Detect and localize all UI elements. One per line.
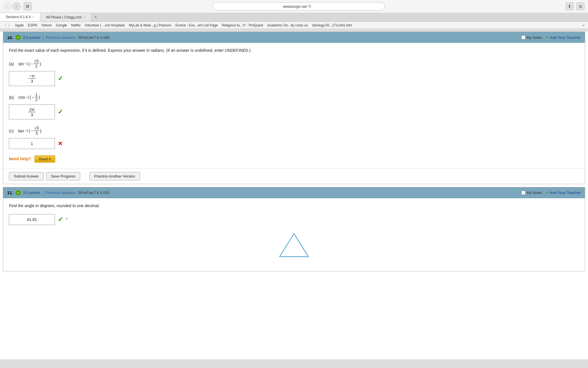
q11-points: 1/1 points — [23, 190, 41, 195]
q10-assignment-code: SPreCalc7 6.4.008. — [78, 35, 110, 40]
q10-notes-checkbox[interactable] — [521, 35, 525, 39]
back-icon: ‹ — [7, 4, 8, 8]
q10-part-b-input-row: 2π 3 ✓ — [9, 104, 579, 119]
q10-points: 2/3 points — [23, 35, 41, 40]
apps-icon[interactable]: ⋮⋮ — [3, 23, 11, 27]
tab-sections-close[interactable]: × — [32, 15, 34, 19]
q10-part-a: (a) sin−1 ( − √3 2 ) — [9, 59, 579, 86]
q10-part-c-label: (c) tan−1 ( − √3 3 ) — [9, 126, 579, 136]
q10-previous-answers[interactable]: Previous Answers — [46, 35, 76, 40]
browser-toolbar: ‹ › ⊟ webassign.net ↻ ⬆ ⧉ — [0, 0, 588, 13]
q11-answer-input[interactable]: 41.81 — [9, 214, 55, 225]
q10-part-b: (b) cos−1 ( − 1 2 ) — [9, 92, 579, 120]
q10-action-buttons: Submit Answer Save Progress Practice Ano… — [3, 168, 585, 184]
q11-number: 11. — [7, 190, 13, 195]
q11-check: ✓ — [58, 216, 63, 223]
q10-submit-button[interactable]: Submit Answer — [9, 172, 44, 180]
q11-triangle-svg — [277, 231, 311, 260]
tab-chegg-label: #9 Please | Chegg.com — [46, 15, 82, 19]
refresh-button[interactable]: ↻ — [307, 3, 313, 9]
q11-triangle-area — [9, 225, 579, 265]
forward-button[interactable]: › — [13, 2, 21, 10]
q10-part-c-value: 1 — [31, 141, 33, 146]
q10-need-help-text: Need Help? — [9, 157, 31, 161]
bookmark-yahoo[interactable]: Yahoo! — [41, 23, 52, 27]
q10-part-b-value: 2π 3 — [28, 107, 36, 117]
q10-my-notes-label: My Notes — [526, 35, 542, 40]
back-button[interactable]: ‹ — [3, 2, 11, 10]
question-11-header: 11. + 1/1 points | Previous Answers SPre… — [3, 187, 585, 198]
tabs-button[interactable]: ⧉ — [577, 2, 585, 10]
address-bar[interactable]: webassign.net ↻ — [212, 2, 385, 10]
q10-part-c-expr: tan−1 ( − √3 3 ) — [18, 126, 41, 136]
bookmark-google[interactable]: Google — [56, 23, 67, 27]
bookmarks-more[interactable]: » — [583, 23, 585, 27]
svg-marker-0 — [280, 234, 308, 257]
q10-part-b-label: (b) cos−1 ( − 1 2 ) — [9, 92, 579, 102]
q10-ask-teacher[interactable]: + Ask Your Teacher — [546, 35, 581, 40]
q10-read-it-button[interactable]: Read It — [34, 155, 55, 163]
q11-ask-teacher-label: Ask Your Teacher — [550, 190, 581, 195]
bookmark-netflix[interactable]: Netflix — [71, 23, 80, 27]
q11-previous-answers[interactable]: Previous Answers — [46, 190, 76, 195]
bookmark-academic[interactable]: Academic On...ity costs us — [267, 23, 308, 27]
nav-buttons: ‹ › — [3, 2, 21, 10]
bookmark-mylab[interactable]: MyLab & Mast...g | Pearson — [129, 23, 171, 27]
q10-number: 10. — [7, 35, 13, 40]
tab-sections[interactable]: Sections 6.1-6.4 × — [0, 13, 40, 21]
q10-part-a-input-row: −π 3 ✓ — [9, 71, 579, 86]
refresh-icon: ↻ — [308, 4, 312, 9]
question-11-block: 11. + 1/1 points | Previous Answers SPre… — [3, 187, 585, 271]
bookmark-religious[interactable]: Religious fu...t? - ProQuest — [222, 23, 263, 27]
q11-my-notes[interactable]: My Notes — [521, 190, 542, 195]
q10-part-b-expr: cos−1 ( − 1 2 ) — [18, 92, 40, 102]
q11-assignment-code: SPreCalc7 6.4.020. — [78, 190, 110, 195]
q10-save-button[interactable]: Save Progress — [46, 172, 80, 180]
share-icon: ⬆ — [568, 4, 571, 9]
q10-practice-button[interactable]: Practice Another Version — [89, 172, 140, 180]
sidebar-button[interactable]: ⊟ — [24, 2, 32, 10]
q10-ask-teacher-plus: + — [546, 35, 548, 40]
q11-my-notes-label: My Notes — [526, 190, 542, 195]
bookmark-volunteer[interactable]: Volunteer | ...ont Hospitals — [85, 23, 125, 27]
q10-part-b-input[interactable]: 2π 3 — [9, 104, 55, 119]
q11-notes-checkbox[interactable] — [521, 191, 525, 195]
q10-part-c-x: ✕ — [58, 140, 63, 147]
address-bar-container: webassign.net ↻ — [34, 2, 563, 10]
q10-separator: | — [43, 35, 44, 40]
bookmark-espn[interactable]: ESPN — [28, 23, 37, 27]
q10-header-right: My Notes + Ask Your Teacher — [521, 35, 581, 40]
tabs-row: Sections 6.1-6.4 × #9 Please | Chegg.com… — [0, 13, 588, 22]
new-tab-icon: + — [94, 14, 97, 20]
q10-text: Find the exact value of each expression,… — [9, 47, 579, 54]
bookmark-1biology[interactable]: 1biology.50...271unit1.htm — [312, 23, 352, 27]
tab-chegg-close[interactable]: × — [84, 16, 85, 19]
q10-part-a-value: −π 3 — [28, 73, 36, 83]
bookmark-apple[interactable]: Apple — [15, 23, 24, 27]
browser-chrome: ‹ › ⊟ webassign.net ↻ ⬆ ⧉ Sections 6. — [0, 0, 588, 29]
page-content: 10. + 2/3 points | Previous Answers SPre… — [0, 32, 588, 359]
tab-sections-label: Sections 6.1-6.4 — [6, 15, 31, 19]
q10-my-notes[interactable]: My Notes — [521, 35, 542, 40]
q11-ask-teacher-plus: + — [546, 190, 548, 195]
q10-part-a-input[interactable]: −π 3 — [9, 71, 55, 86]
tabs-icon: ⧉ — [579, 4, 582, 9]
q10-points-icon: + — [16, 35, 21, 40]
q10-part-c: (c) tan−1 ( − √3 3 ) 1 — [9, 126, 579, 149]
question-10-body: Find the exact value of each expression,… — [3, 43, 585, 168]
new-tab-button[interactable]: + — [91, 13, 100, 21]
question-10-block: 10. + 2/3 points | Previous Answers SPre… — [3, 32, 585, 184]
q11-header-right: My Notes + Ask Your Teacher — [521, 190, 581, 195]
q10-part-c-input-row: 1 ✕ — [9, 138, 579, 149]
q10-part-c-input[interactable]: 1 — [9, 138, 55, 149]
bookmarks-bar: ⋮⋮ Apple ESPN Yahoo! Google Netflix Volu… — [0, 22, 588, 28]
q11-answer-row: 41.81 ✓ ° — [9, 214, 579, 225]
share-button[interactable]: ⬆ — [566, 2, 574, 10]
q11-answer-value: 41.81 — [27, 217, 37, 222]
tab-chegg[interactable]: #9 Please | Chegg.com × — [40, 13, 91, 21]
question-10-header: 10. + 2/3 points | Previous Answers SPre… — [3, 32, 585, 43]
url-text: webassign.net — [283, 4, 307, 9]
q11-ask-teacher[interactable]: + Ask Your Teacher — [546, 190, 581, 195]
q11-points-icon: + — [16, 190, 21, 195]
bookmark-evolve[interactable]: Evolve - Evo...ent List Page — [175, 23, 218, 27]
